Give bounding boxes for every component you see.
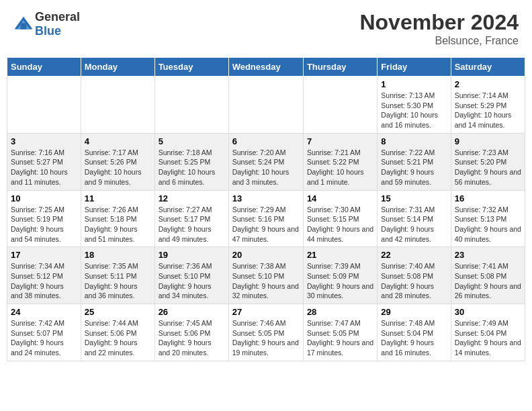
day-info: Sunrise: 7:13 AM Sunset: 5:30 PM Dayligh… xyxy=(381,91,447,130)
calendar-day-cell: 22Sunrise: 7:40 AM Sunset: 5:08 PM Dayli… xyxy=(378,247,451,304)
day-info: Sunrise: 7:44 AM Sunset: 5:06 PM Dayligh… xyxy=(85,318,151,358)
day-info: Sunrise: 7:17 AM Sunset: 5:26 PM Dayligh… xyxy=(85,148,151,187)
calendar-day-cell: 4Sunrise: 7:17 AM Sunset: 5:26 PM Daylig… xyxy=(81,133,154,190)
day-number: 19 xyxy=(159,250,225,260)
calendar-day-cell: 23Sunrise: 7:41 AM Sunset: 5:08 PM Dayli… xyxy=(451,247,525,304)
calendar-day-cell: 2Sunrise: 7:14 AM Sunset: 5:29 PM Daylig… xyxy=(451,77,525,134)
calendar-header-row: SundayMondayTuesdayWednesdayThursdayFrid… xyxy=(7,58,525,77)
calendar-week-row: 24Sunrise: 7:42 AM Sunset: 5:07 PM Dayli… xyxy=(7,304,525,361)
calendar-day-cell: 30Sunrise: 7:49 AM Sunset: 5:04 PM Dayli… xyxy=(451,304,525,361)
day-number: 16 xyxy=(455,193,521,203)
day-number: 11 xyxy=(85,193,151,203)
day-number: 3 xyxy=(11,136,77,146)
day-info: Sunrise: 7:39 AM Sunset: 5:09 PM Dayligh… xyxy=(307,261,373,301)
day-number: 15 xyxy=(381,193,447,203)
day-info: Sunrise: 7:20 AM Sunset: 5:24 PM Dayligh… xyxy=(232,148,300,187)
logo-blue-text: Blue xyxy=(35,24,61,38)
calendar-day-cell: 9Sunrise: 7:23 AM Sunset: 5:20 PM Daylig… xyxy=(451,133,525,190)
calendar-day-cell: 19Sunrise: 7:36 AM Sunset: 5:10 PM Dayli… xyxy=(154,247,228,304)
day-number: 6 xyxy=(232,136,300,146)
calendar-day-cell: 3Sunrise: 7:16 AM Sunset: 5:27 PM Daylig… xyxy=(7,133,81,190)
calendar-day-cell xyxy=(303,77,377,134)
day-number: 13 xyxy=(232,193,300,203)
day-info: Sunrise: 7:45 AM Sunset: 5:06 PM Dayligh… xyxy=(159,318,225,358)
day-number: 2 xyxy=(455,79,521,89)
calendar-day-cell: 25Sunrise: 7:44 AM Sunset: 5:06 PM Dayli… xyxy=(81,304,154,361)
calendar-day-cell: 13Sunrise: 7:29 AM Sunset: 5:16 PM Dayli… xyxy=(228,190,303,247)
day-info: Sunrise: 7:32 AM Sunset: 5:13 PM Dayligh… xyxy=(455,205,521,244)
calendar-day-header: Tuesday xyxy=(154,58,228,77)
day-number: 9 xyxy=(455,136,521,146)
calendar-day-cell: 5Sunrise: 7:18 AM Sunset: 5:25 PM Daylig… xyxy=(154,133,228,190)
calendar-day-cell xyxy=(7,77,81,134)
day-number: 22 xyxy=(381,250,447,260)
calendar-week-row: 3Sunrise: 7:16 AM Sunset: 5:27 PM Daylig… xyxy=(7,133,525,190)
calendar-day-header: Thursday xyxy=(303,58,377,77)
day-info: Sunrise: 7:31 AM Sunset: 5:14 PM Dayligh… xyxy=(381,205,447,244)
calendar-day-cell: 17Sunrise: 7:34 AM Sunset: 5:12 PM Dayli… xyxy=(7,247,81,304)
calendar-day-cell: 11Sunrise: 7:26 AM Sunset: 5:18 PM Dayli… xyxy=(81,190,154,247)
day-info: Sunrise: 7:46 AM Sunset: 5:05 PM Dayligh… xyxy=(232,318,300,358)
logo-general-text: General xyxy=(35,10,80,24)
calendar-day-cell: 14Sunrise: 7:30 AM Sunset: 5:15 PM Dayli… xyxy=(303,190,377,247)
calendar-day-cell: 6Sunrise: 7:20 AM Sunset: 5:24 PM Daylig… xyxy=(228,133,303,190)
calendar-day-cell: 12Sunrise: 7:27 AM Sunset: 5:17 PM Dayli… xyxy=(154,190,228,247)
day-info: Sunrise: 7:34 AM Sunset: 5:12 PM Dayligh… xyxy=(11,261,77,301)
day-number: 18 xyxy=(85,250,151,260)
calendar-day-cell: 8Sunrise: 7:22 AM Sunset: 5:21 PM Daylig… xyxy=(378,133,451,190)
day-info: Sunrise: 7:18 AM Sunset: 5:25 PM Dayligh… xyxy=(159,148,225,187)
calendar-day-cell: 1Sunrise: 7:13 AM Sunset: 5:30 PM Daylig… xyxy=(378,77,451,134)
day-info: Sunrise: 7:35 AM Sunset: 5:11 PM Dayligh… xyxy=(85,261,151,301)
day-info: Sunrise: 7:25 AM Sunset: 5:19 PM Dayligh… xyxy=(11,205,77,244)
calendar-day-header: Wednesday xyxy=(228,58,303,77)
calendar-week-row: 17Sunrise: 7:34 AM Sunset: 5:12 PM Dayli… xyxy=(7,247,525,304)
day-info: Sunrise: 7:40 AM Sunset: 5:08 PM Dayligh… xyxy=(381,261,447,301)
calendar-table: SundayMondayTuesdayWednesdayThursdayFrid… xyxy=(7,57,525,361)
calendar-day-header: Saturday xyxy=(451,58,525,77)
day-number: 4 xyxy=(85,136,151,146)
day-info: Sunrise: 7:49 AM Sunset: 5:04 PM Dayligh… xyxy=(455,318,521,358)
day-info: Sunrise: 7:16 AM Sunset: 5:27 PM Dayligh… xyxy=(11,148,77,187)
day-number: 10 xyxy=(11,193,77,203)
calendar-day-cell: 24Sunrise: 7:42 AM Sunset: 5:07 PM Dayli… xyxy=(7,304,81,361)
day-info: Sunrise: 7:21 AM Sunset: 5:22 PM Dayligh… xyxy=(307,148,373,187)
day-number: 8 xyxy=(381,136,447,146)
day-number: 26 xyxy=(159,307,225,317)
calendar-day-header: Sunday xyxy=(7,58,81,77)
calendar-day-cell: 26Sunrise: 7:45 AM Sunset: 5:06 PM Dayli… xyxy=(154,304,228,361)
location-title: Belsunce, France xyxy=(359,35,519,47)
calendar-day-cell xyxy=(154,77,228,134)
day-number: 12 xyxy=(159,193,225,203)
svg-rect-2 xyxy=(21,24,27,30)
calendar-day-cell: 7Sunrise: 7:21 AM Sunset: 5:22 PM Daylig… xyxy=(303,133,377,190)
calendar-day-header: Friday xyxy=(378,58,451,77)
calendar-day-header: Monday xyxy=(81,58,154,77)
month-title: November 2024 xyxy=(359,10,519,35)
day-number: 1 xyxy=(381,79,447,89)
day-number: 5 xyxy=(159,136,225,146)
day-info: Sunrise: 7:47 AM Sunset: 5:05 PM Dayligh… xyxy=(307,318,373,358)
day-info: Sunrise: 7:23 AM Sunset: 5:20 PM Dayligh… xyxy=(455,148,521,187)
calendar-day-cell: 15Sunrise: 7:31 AM Sunset: 5:14 PM Dayli… xyxy=(378,190,451,247)
calendar-day-cell: 29Sunrise: 7:48 AM Sunset: 5:04 PM Dayli… xyxy=(378,304,451,361)
day-info: Sunrise: 7:22 AM Sunset: 5:21 PM Dayligh… xyxy=(381,148,447,187)
title-block: November 2024 Belsunce, France xyxy=(359,10,519,47)
day-info: Sunrise: 7:27 AM Sunset: 5:17 PM Dayligh… xyxy=(159,205,225,244)
day-number: 14 xyxy=(307,193,373,203)
day-number: 7 xyxy=(307,136,373,146)
day-number: 25 xyxy=(85,307,151,317)
day-info: Sunrise: 7:26 AM Sunset: 5:18 PM Dayligh… xyxy=(85,205,151,244)
day-number: 21 xyxy=(307,250,373,260)
day-number: 17 xyxy=(11,250,77,260)
day-info: Sunrise: 7:42 AM Sunset: 5:07 PM Dayligh… xyxy=(11,318,77,358)
day-info: Sunrise: 7:14 AM Sunset: 5:29 PM Dayligh… xyxy=(455,91,521,130)
page-header: General Blue November 2024 Belsunce, Fra… xyxy=(7,7,525,50)
calendar-day-cell: 28Sunrise: 7:47 AM Sunset: 5:05 PM Dayli… xyxy=(303,304,377,361)
day-number: 20 xyxy=(232,250,300,260)
day-number: 23 xyxy=(455,250,521,260)
logo-icon xyxy=(13,14,34,34)
day-info: Sunrise: 7:38 AM Sunset: 5:10 PM Dayligh… xyxy=(232,261,300,301)
calendar-day-cell xyxy=(228,77,303,134)
day-number: 24 xyxy=(11,307,77,317)
day-info: Sunrise: 7:41 AM Sunset: 5:08 PM Dayligh… xyxy=(455,261,521,301)
